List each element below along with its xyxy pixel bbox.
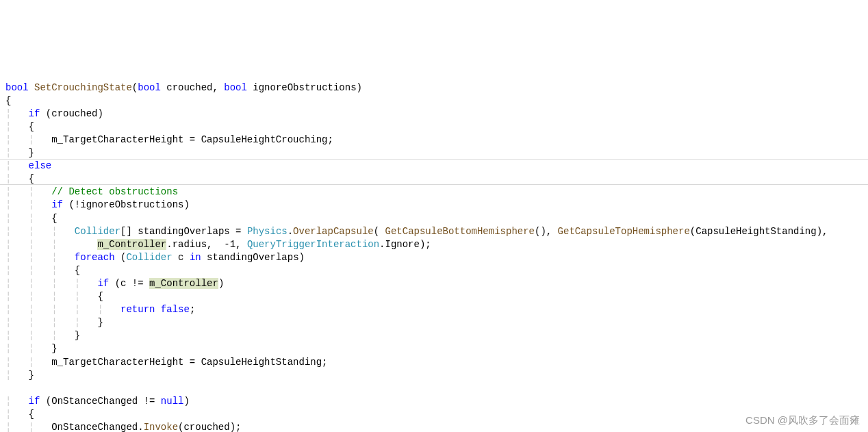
keyword-in: in: [190, 252, 201, 263]
method-bottom: GetCapsuleBottomHemisphere: [385, 226, 535, 237]
paren: (CapsuleHeightStanding),: [690, 226, 828, 237]
keyword-false: false: [161, 304, 190, 315]
text: (c !=: [109, 278, 149, 289]
paren: ): [218, 278, 224, 289]
dot: .: [288, 226, 293, 237]
method-overlap: OverlapCapsule: [293, 226, 374, 237]
keyword-if: if: [29, 396, 40, 407]
text: .radius, -1,: [166, 239, 247, 250]
keyword-else: else: [29, 160, 52, 171]
assignment: m_TargetCharacterHeight = CapsuleHeightS…: [51, 357, 327, 368]
condition: (crouched): [46, 108, 103, 119]
text: OnStanceChanged.: [51, 422, 143, 432]
type-collider: Collider: [75, 226, 120, 237]
code-block[interactable]: bool SetCrouchingState(bool crouched, bo…: [5, 81, 863, 432]
class-physics: Physics: [247, 226, 288, 237]
keyword-if: if: [97, 278, 109, 289]
paren: ): [183, 396, 189, 407]
brackets: []: [120, 226, 132, 237]
highlighted-identifier: m_Controller: [149, 278, 218, 289]
paren: (: [115, 252, 127, 263]
text: (crouched);: [178, 422, 241, 432]
method-invoke: Invoke: [144, 422, 178, 432]
keyword-return: return: [120, 304, 155, 315]
type-collider: Collider: [126, 252, 172, 263]
text: .Ignore);: [379, 239, 431, 250]
param: crouched: [166, 82, 212, 93]
watermark: CSDN @风吹多了会面瘫: [745, 414, 860, 427]
keyword-foreach: foreach: [75, 252, 115, 263]
param: ignoreObstructions: [253, 82, 356, 93]
comment: // Detect obstructions: [51, 186, 178, 197]
class-qti: QueryTriggerInteraction: [247, 239, 379, 250]
paren: (),: [535, 226, 558, 237]
keyword-bool: bool: [5, 82, 29, 93]
highlighted-identifier: m_Controller: [97, 239, 166, 250]
keyword-bool: bool: [138, 82, 161, 93]
text: c: [173, 252, 190, 263]
method-top: GetCapsuleTopHemisphere: [558, 226, 690, 237]
text: standingOverlaps): [201, 252, 305, 263]
keyword-bool: bool: [224, 82, 247, 93]
keyword-if: if: [51, 199, 63, 210]
paren: (: [374, 226, 385, 237]
method-name: SetCrouchingState: [34, 82, 132, 93]
keyword-if: if: [29, 108, 40, 119]
var-decl: standingOverlaps =: [132, 226, 247, 237]
keyword-null: null: [161, 396, 184, 407]
condition: (OnStanceChanged !=: [40, 396, 160, 407]
assignment: m_TargetCharacterHeight = CapsuleHeightC…: [51, 134, 333, 145]
condition: (!ignoreObstructions): [68, 199, 189, 210]
